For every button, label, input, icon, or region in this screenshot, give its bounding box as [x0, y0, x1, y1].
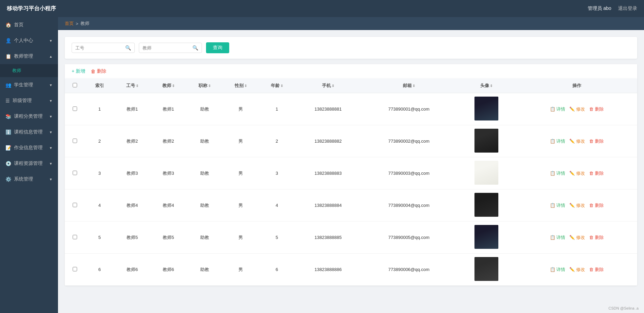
sidebar-group-class-header[interactable]: ☰ 班级管理 ▼	[0, 93, 58, 109]
system-icon: ⚙️	[5, 176, 11, 182]
detail-button[interactable]: 📋 详情	[550, 106, 566, 112]
delete-button[interactable]: 🗑 删除	[589, 202, 604, 209]
row-checkbox-cell	[65, 93, 85, 125]
row-email: 773890005@qq.com	[361, 222, 456, 254]
student-icon: 👥	[5, 82, 11, 88]
col-age[interactable]: 年龄⇕	[259, 79, 295, 93]
teacher-search-input[interactable]	[143, 45, 190, 51]
row-checkbox[interactable]	[73, 267, 77, 271]
edit-button[interactable]: ✏️ 修改	[569, 267, 585, 273]
row-email: 773890001@qq.com	[361, 93, 456, 125]
edit-button[interactable]: ✏️ 修改	[569, 234, 585, 241]
row-checkbox-cell	[65, 222, 85, 254]
sidebar-system-label: 系统管理	[14, 176, 33, 182]
delete-button[interactable]: 🗑 删除	[589, 106, 604, 112]
sidebar-group-course-category: 📚 课程分类管理 ▼	[0, 109, 58, 124]
jobno-search-input[interactable]	[75, 45, 123, 51]
avatar	[474, 161, 498, 185]
row-phone: 13823888883	[295, 157, 362, 189]
detail-button[interactable]: 📋 详情	[550, 138, 566, 144]
col-index: 索引	[85, 79, 114, 93]
row-avatar-cell	[456, 93, 516, 125]
col-title[interactable]: 职称⇕	[187, 79, 223, 93]
col-gender[interactable]: 性别⇕	[223, 79, 259, 93]
row-age: 3	[259, 157, 295, 189]
teacher-search-wrap: 🔍	[139, 43, 202, 53]
chevron-down-icon-6: ▼	[49, 146, 53, 150]
layout: 🏠 首页 👤 个人中心 ▼ 📋 教师管理 ▲ 教	[0, 17, 644, 313]
delete-button[interactable]: 🗑 删除	[589, 170, 604, 176]
row-gender: 男	[223, 189, 259, 222]
sidebar-item-home[interactable]: 🏠 首页	[0, 17, 58, 33]
sidebar-group-student-header[interactable]: 👥 学生管理 ▼	[0, 77, 58, 93]
row-checkbox[interactable]	[73, 235, 77, 239]
search-button[interactable]: 查询	[206, 42, 229, 53]
edit-button[interactable]: ✏️ 修改	[569, 106, 585, 112]
row-age: 6	[259, 254, 295, 286]
sidebar-class-label: 班级管理	[13, 98, 32, 104]
chevron-up-icon: ▲	[49, 55, 53, 58]
sidebar-group-course-info-header[interactable]: ℹ️ 课程信息管理 ▼	[0, 124, 58, 140]
detail-button[interactable]: 📋 详情	[550, 202, 566, 209]
col-teacher[interactable]: 教师⇕	[150, 79, 187, 93]
col-phone[interactable]: 手机⇕	[295, 79, 362, 93]
bulk-delete-button[interactable]: 🗑 删除	[91, 68, 106, 74]
row-title: 助教	[187, 157, 223, 189]
sidebar-teacher-label: 教师管理	[14, 53, 33, 59]
course-cat-icon: 📚	[5, 114, 11, 119]
col-avatar[interactable]: 头像⇕	[456, 79, 516, 93]
sidebar-course-res-label: 课程资源管理	[14, 160, 43, 167]
detail-button[interactable]: 📋 详情	[550, 170, 566, 176]
row-checkbox[interactable]	[73, 139, 77, 143]
row-actions: 📋 详情 ✏️ 修改 🗑 删除	[516, 189, 638, 222]
sidebar-group-teacher-header[interactable]: 📋 教师管理 ▲	[0, 48, 58, 64]
row-email: 773890002@qq.com	[361, 125, 456, 157]
edit-button[interactable]: ✏️ 修改	[569, 170, 585, 176]
sidebar-course-info-label: 课程信息管理	[14, 129, 43, 135]
row-email: 773890006@qq.com	[361, 254, 456, 286]
logout-button[interactable]: 退出登录	[618, 5, 637, 12]
row-age: 2	[259, 125, 295, 157]
sort-jobno-icon: ⇕	[136, 84, 138, 88]
row-checkbox[interactable]	[73, 171, 77, 175]
sidebar-group-personal: 👤 个人中心 ▼	[0, 33, 58, 48]
person-icon: 👤	[5, 38, 11, 43]
row-index: 3	[85, 157, 114, 189]
row-index: 5	[85, 222, 114, 254]
class-icon: ☰	[5, 98, 10, 103]
row-teacher: 教师3	[150, 157, 187, 189]
row-age: 1	[259, 93, 295, 125]
edit-button[interactable]: ✏️ 修改	[569, 202, 585, 209]
sidebar-course-cat-label: 课程分类管理	[14, 113, 43, 119]
row-phone: 13823888885	[295, 222, 362, 254]
sort-avatar-icon: ⇕	[490, 84, 493, 88]
col-email[interactable]: 邮箱⇕	[361, 79, 456, 93]
sidebar-group-course-category-header[interactable]: 📚 课程分类管理 ▼	[0, 109, 58, 124]
row-checkbox[interactable]	[73, 106, 77, 111]
row-checkbox[interactable]	[73, 203, 77, 207]
sidebar: 🏠 首页 👤 个人中心 ▼ 📋 教师管理 ▲ 教	[0, 17, 58, 313]
delete-button[interactable]: 🗑 删除	[589, 138, 604, 144]
sidebar-personal-label: 个人中心	[14, 38, 33, 44]
row-index: 2	[85, 125, 114, 157]
sidebar-group-course-resource-header[interactable]: 💿 课程资源管理 ▼	[0, 156, 58, 171]
delete-button[interactable]: 🗑 删除	[589, 234, 604, 241]
breadcrumb-home[interactable]: 首页	[65, 20, 74, 27]
toolbar: + 新增 🗑 删除	[65, 64, 637, 79]
sort-phone-icon: ⇕	[332, 84, 334, 88]
delete-button[interactable]: 🗑 删除	[589, 267, 604, 273]
table-row: 2 教师2 教师2 助教 男 2 13823888882 773890002@q…	[65, 125, 637, 157]
app-title: 移动学习平台小程序	[7, 5, 56, 12]
edit-button[interactable]: ✏️ 修改	[569, 138, 585, 144]
sidebar-group-teacher: 📋 教师管理 ▲ 教师	[0, 48, 58, 77]
col-actions: 操作	[516, 79, 638, 93]
detail-button[interactable]: 📋 详情	[550, 267, 566, 273]
detail-button[interactable]: 📋 详情	[550, 234, 566, 241]
sidebar-group-homework-header[interactable]: 📝 作业信息管理 ▼	[0, 140, 58, 156]
sidebar-group-system-header[interactable]: ⚙️ 系统管理 ▼	[0, 171, 58, 187]
sidebar-group-personal-header[interactable]: 👤 个人中心 ▼	[0, 33, 58, 48]
col-jobno[interactable]: 工号⇕	[114, 79, 150, 93]
add-button[interactable]: + 新增	[72, 68, 85, 74]
sidebar-item-teacher-list[interactable]: 教师	[0, 64, 58, 77]
select-all-checkbox[interactable]	[73, 83, 77, 87]
